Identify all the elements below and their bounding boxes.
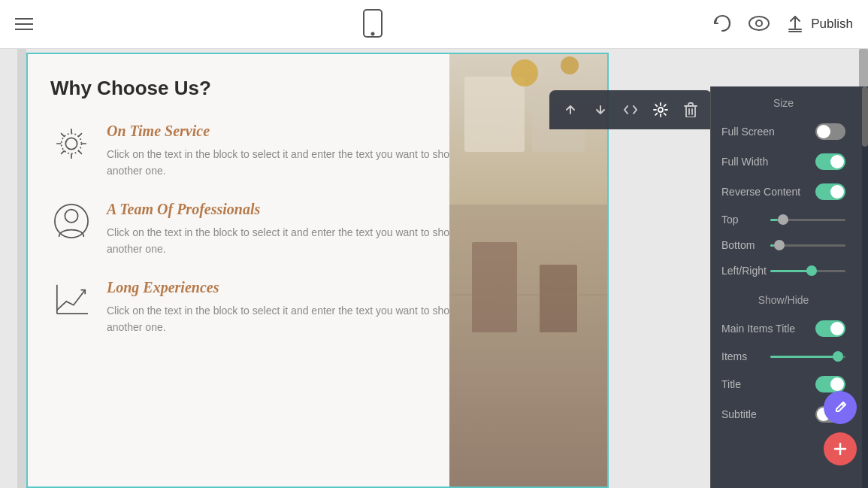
delete-button[interactable]	[677, 96, 704, 123]
left-right-slider[interactable]	[770, 270, 845, 272]
size-section-title: Size	[711, 86, 856, 117]
content-block: Why Choose Us? On Time Service Click on …	[26, 53, 609, 488]
subtitle-label: Subtitle	[721, 408, 757, 420]
settings-scrollbar-thumb[interactable]	[862, 86, 868, 147]
full-width-toggle[interactable]	[815, 153, 845, 170]
svg-point-14	[561, 56, 579, 74]
hamburger-menu-icon[interactable]	[15, 18, 33, 30]
settings-scrollbar[interactable]	[862, 86, 868, 488]
items-row: Items	[711, 344, 856, 369]
chart-icon	[50, 279, 92, 320]
left-right-label: Left/Right	[721, 265, 767, 277]
top-bar-center	[362, 8, 383, 41]
svg-point-3	[756, 20, 762, 26]
publish-button[interactable]: Publish	[785, 14, 853, 34]
settings-button[interactable]	[647, 96, 674, 123]
phone-preview-button[interactable]	[362, 8, 383, 41]
full-screen-row: Full Screen	[711, 117, 856, 147]
move-up-button[interactable]	[557, 96, 584, 123]
reverse-content-label: Reverse Content	[721, 186, 800, 198]
main-title-toggle[interactable]	[815, 320, 845, 337]
full-width-row: Full Width	[711, 147, 856, 177]
bottom-slider[interactable]	[770, 244, 845, 247]
items-label: Items	[721, 350, 747, 362]
fab-edit-button[interactable]	[824, 391, 857, 424]
svg-rect-11	[464, 77, 525, 152]
top-bar-right: Publish	[712, 13, 853, 36]
svg-point-1	[371, 32, 374, 35]
svg-point-2	[749, 17, 769, 30]
reverse-content-row: Reverse Content	[711, 177, 856, 207]
preview-button[interactable]	[748, 15, 770, 34]
top-label: Top	[721, 214, 739, 226]
svg-rect-17	[540, 265, 577, 332]
top-slider[interactable]	[770, 219, 845, 221]
code-button[interactable]	[617, 96, 644, 123]
svg-point-4	[65, 138, 77, 149]
fab-add-button[interactable]	[824, 432, 857, 465]
settings-content: Size Full Screen Full Width Reverse C	[711, 86, 862, 488]
undo-button[interactable]	[712, 13, 733, 36]
svg-point-13	[511, 59, 538, 86]
top-bar: Publish	[0, 0, 868, 49]
main-title-row: Main Items Title	[711, 314, 856, 344]
main-title-label: Main Items Title	[721, 323, 795, 335]
settings-panel: Size Full Screen Full Width Reverse C	[710, 86, 868, 488]
title-toggle[interactable]	[815, 376, 845, 393]
person-icon	[50, 201, 92, 242]
publish-label: Publish	[811, 17, 853, 32]
show-hide-section-title: Show/Hide	[711, 283, 856, 314]
full-width-label: Full Width	[721, 156, 768, 168]
block-toolbar	[549, 90, 712, 129]
left-right-row: Left/Right	[711, 258, 856, 283]
full-screen-toggle[interactable]	[815, 123, 845, 140]
top-bar-left	[15, 18, 33, 30]
top-row: Top	[711, 207, 856, 232]
canvas-area: Why Choose Us? On Time Service Click on …	[0, 49, 868, 488]
svg-rect-16	[472, 242, 517, 332]
svg-point-6	[65, 210, 77, 223]
reverse-content-toggle[interactable]	[815, 183, 845, 200]
items-slider[interactable]	[770, 356, 845, 358]
bottom-label: Bottom	[721, 239, 755, 251]
gear-icon	[50, 123, 92, 164]
bottom-row: Bottom	[711, 232, 856, 258]
title-label: Title	[721, 378, 741, 390]
svg-point-19	[658, 108, 663, 112]
full-screen-label: Full Screen	[721, 126, 775, 138]
move-down-button[interactable]	[587, 96, 614, 123]
